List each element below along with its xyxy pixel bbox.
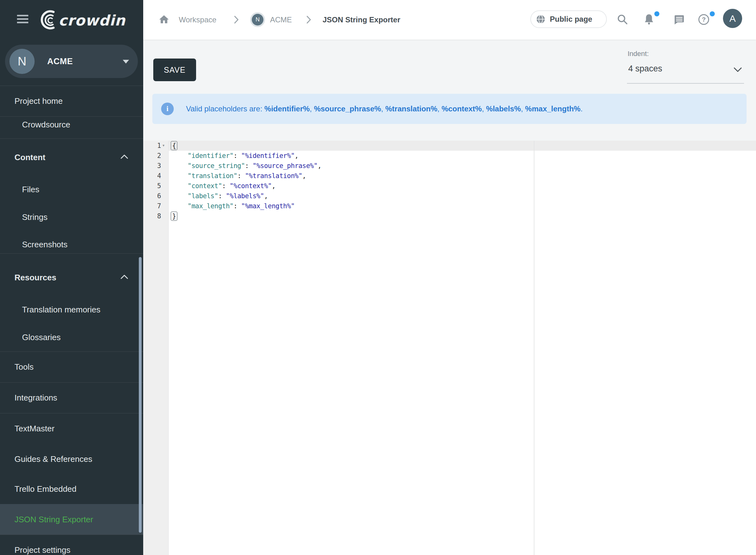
indent-select[interactable]: Indent: 4 spaces — [627, 49, 744, 84]
line-number: 7 — [143, 201, 161, 211]
code-line[interactable]: "translation": "%translation%", — [187, 171, 306, 181]
crowdin-logo[interactable]: crowdin — [37, 8, 135, 31]
chevron-up-icon[interactable] — [120, 154, 128, 159]
editor-gutter: 1 2 3 4 5 6 7 8 ▾ — [143, 141, 169, 555]
chevron-right-icon — [306, 15, 311, 24]
line-number: 5 — [143, 181, 161, 191]
sidebar-item-guides-references[interactable]: Guides & References — [14, 454, 92, 464]
code-line[interactable]: "context": "%context%", — [187, 181, 276, 191]
sidebar-item-translation-memories[interactable]: Translation memories — [22, 305, 100, 315]
sidebar-section-content[interactable]: Content — [14, 152, 45, 162]
line-number: 4 — [143, 171, 161, 181]
divider — [0, 253, 143, 254]
notifications-bell-icon[interactable] — [643, 13, 655, 25]
indent-label: Indent: — [628, 50, 649, 58]
public-page-button[interactable]: Public page — [530, 10, 607, 28]
matched-bracket: } — [171, 211, 177, 221]
sidebar-item-strings[interactable]: Strings — [22, 212, 47, 222]
project-avatar: N — [9, 49, 35, 74]
indent-value: 4 spaces — [628, 64, 662, 74]
sidebar-item-glossaries[interactable]: Glossaries — [22, 332, 61, 342]
info-icon: i — [161, 102, 174, 115]
user-avatar[interactable]: A — [723, 9, 742, 28]
sidebar-item-integrations[interactable]: Integrations — [14, 393, 57, 403]
sidebar: crowdin N ACME Project home Crowdsource … — [0, 0, 143, 555]
chevron-down-icon — [123, 60, 129, 63]
editor-ruler-line — [534, 141, 535, 555]
app-root: crowdin N ACME Project home Crowdsource … — [0, 0, 756, 555]
line-number: 2 — [143, 151, 161, 161]
breadcrumb-workspace[interactable]: Workspace — [179, 0, 216, 40]
sidebar-item-project-home[interactable]: Project home — [14, 96, 62, 106]
line-number: 8 — [143, 211, 161, 221]
divider — [0, 535, 143, 535]
breadcrumb-project[interactable]: ACME — [270, 0, 292, 40]
divider — [0, 413, 143, 414]
project-switcher[interactable]: N ACME — [5, 45, 138, 78]
sidebar-item-trello-embedded[interactable]: Trello Embedded — [14, 484, 77, 494]
home-icon[interactable] — [158, 14, 170, 25]
code-line[interactable]: "identifier": "%identifier%", — [187, 151, 298, 161]
sidebar-scrollbar-thumb[interactable] — [139, 257, 142, 533]
divider — [0, 86, 143, 86]
sidebar-item-tools[interactable]: Tools — [14, 362, 34, 372]
line-number: 6 — [143, 191, 161, 201]
logo-wordmark: crowdin — [58, 12, 126, 29]
top-bar: Workspace N ACME JSON String Exporter Pu… — [143, 0, 756, 40]
info-banner: i Valid placeholders are: %identifier%, … — [152, 94, 747, 124]
info-banner-text: Valid placeholders are: %identifier%, %s… — [186, 104, 583, 113]
code-line[interactable]: "source_string": "%source_phrase%", — [187, 161, 321, 171]
chevron-down-icon — [733, 67, 742, 73]
divider — [0, 351, 143, 352]
code-line[interactable]: { — [172, 141, 177, 151]
chevron-right-icon — [234, 15, 239, 24]
breadcrumb-page-title: JSON String Exporter — [323, 0, 401, 40]
public-page-label: Public page — [550, 15, 592, 24]
notification-dot — [654, 11, 659, 16]
breadcrumb-project-avatar[interactable]: N — [252, 14, 263, 26]
sidebar-item-files[interactable]: Files — [22, 184, 39, 195]
active-line-highlight — [169, 141, 756, 151]
code-fold-arrow-icon[interactable]: ▾ — [162, 141, 168, 151]
sidebar-item-screenshots[interactable]: Screenshots — [22, 240, 68, 250]
chevron-up-icon[interactable] — [120, 274, 128, 280]
code-editor[interactable]: 1 2 3 4 5 6 7 8 ▾ { "identifier": "%iden… — [143, 141, 756, 555]
code-line[interactable]: "labels": "%labels%", — [187, 191, 268, 201]
notification-dot — [710, 11, 715, 16]
sidebar-item-crowdsource[interactable]: Crowdsource — [22, 120, 70, 130]
save-button[interactable]: SAVE — [153, 58, 196, 81]
globe-icon — [536, 14, 546, 24]
line-number: 3 — [143, 161, 161, 171]
search-icon[interactable] — [617, 14, 628, 25]
svg-text:?: ? — [702, 16, 706, 23]
hamburger-menu-icon[interactable] — [17, 15, 28, 24]
messages-icon[interactable] — [673, 14, 684, 25]
sidebar-item-json-string-exporter[interactable]: JSON String Exporter — [14, 514, 93, 524]
line-number: 1 — [143, 141, 161, 151]
project-name: ACME — [47, 45, 73, 78]
code-line[interactable]: "max_length": "%max_length%" — [187, 201, 295, 211]
sidebar-item-project-settings[interactable]: Project settings — [14, 545, 71, 555]
divider — [0, 138, 143, 139]
matched-bracket: { — [171, 141, 177, 151]
sidebar-section-resources[interactable]: Resources — [14, 272, 56, 283]
sidebar-item-textmaster[interactable]: TextMaster — [14, 424, 54, 434]
code-line[interactable]: } — [172, 211, 177, 221]
divider — [0, 382, 143, 383]
help-icon[interactable]: ? — [698, 13, 710, 26]
